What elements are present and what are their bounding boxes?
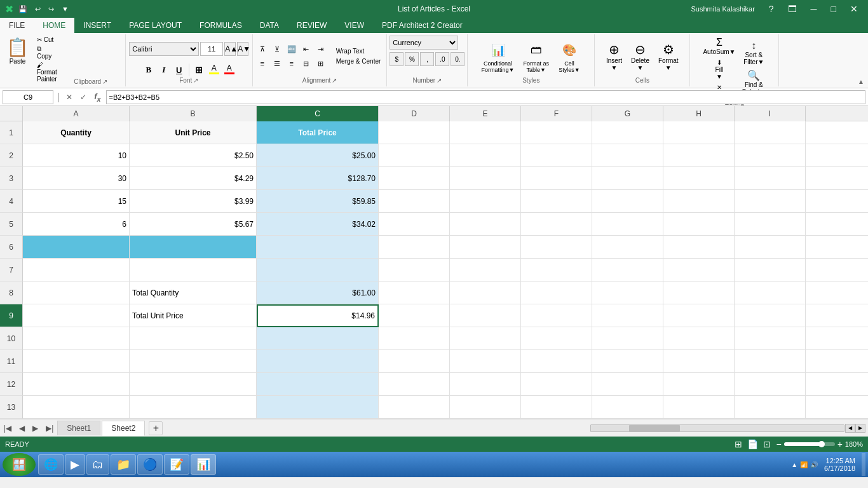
alignment-expand-icon[interactable]: ↗ [332, 77, 337, 84]
cell-a6[interactable] [23, 236, 130, 259]
cell-f13[interactable] [521, 396, 592, 419]
cell-b9[interactable]: Total Unit Price [130, 304, 257, 327]
cell-b10[interactable] [130, 327, 257, 350]
copy-button[interactable]: ⧉ Copy [35, 44, 59, 60]
cell-d12[interactable] [379, 373, 450, 396]
cell-g6[interactable] [592, 236, 663, 259]
cell-i11[interactable] [735, 350, 806, 373]
cell-g9[interactable] [592, 304, 663, 327]
zoom-out-btn[interactable]: − [776, 439, 781, 449]
view-page-break-btn[interactable]: ⊡ [763, 439, 771, 449]
cell-c8[interactable]: $61.00 [257, 281, 379, 304]
cell-b5[interactable]: $5.67 [130, 213, 257, 236]
zoom-slider[interactable] [784, 442, 835, 446]
maximize-btn[interactable]: □ [826, 3, 841, 15]
align-right[interactable]: ≡ [285, 57, 299, 71]
zoom-slider-thumb[interactable] [818, 441, 825, 447]
cell-a11[interactable] [23, 350, 130, 373]
bold-button[interactable]: B [142, 63, 156, 77]
ribbon-expand-icon[interactable]: ▲ [854, 77, 868, 86]
tab-nav-left[interactable]: |◀ [0, 423, 15, 434]
align-top-right[interactable]: 🔤 [285, 42, 299, 56]
dec-increase-btn[interactable]: .0 [435, 52, 449, 66]
cell-h2[interactable] [663, 144, 735, 167]
row-num-13[interactable]: 13 [0, 396, 23, 419]
sort-filter-button[interactable]: ↕ Sort &Filter▼ [739, 39, 768, 67]
corner-cell[interactable] [0, 106, 23, 121]
cell-e2[interactable] [450, 144, 521, 167]
cell-f4[interactable] [521, 190, 592, 213]
cell-d1[interactable] [379, 121, 450, 144]
merge-center-button[interactable]: Merge & Center [333, 57, 384, 66]
font-size-input[interactable] [200, 42, 223, 56]
row-num-3[interactable]: 3 [0, 167, 23, 190]
tray-network[interactable]: 📶 [800, 461, 808, 468]
cell-f11[interactable] [521, 350, 592, 373]
tray-arrow[interactable]: ▲ [791, 461, 797, 468]
minimize-btn[interactable]: ─ [806, 3, 822, 15]
col-header-h[interactable]: H [663, 106, 735, 121]
font-expand-icon[interactable]: ↗ [193, 77, 198, 84]
taskbar-media[interactable]: ▶ [65, 454, 85, 475]
border-button[interactable]: ⊞ [192, 63, 206, 77]
cell-a12[interactable] [23, 373, 130, 396]
tab-nav-right[interactable]: ▶| [42, 423, 57, 434]
col-header-g[interactable]: G [592, 106, 663, 121]
cell-f10[interactable] [521, 327, 592, 350]
scroll-right-btn[interactable]: ▶ [855, 424, 865, 433]
row-num-11[interactable]: 11 [0, 350, 23, 373]
scroll-left-btn[interactable]: ◀ [845, 424, 855, 433]
view-normal-btn[interactable]: ⊞ [735, 439, 742, 449]
cell-d10[interactable] [379, 327, 450, 350]
number-format-select[interactable]: Currency General Number Percentage [390, 36, 458, 50]
tab-pagelayout[interactable]: PAGE LAYOUT [120, 18, 191, 33]
cell-i4[interactable] [735, 190, 806, 213]
taskbar-word[interactable]: 📝 [164, 454, 189, 475]
cell-a3[interactable]: 30 [23, 167, 130, 190]
cell-h3[interactable] [663, 167, 735, 190]
font-color-button[interactable]: A [222, 63, 236, 77]
clipboard-expand-icon[interactable]: ↗ [102, 78, 107, 85]
cell-h8[interactable] [663, 281, 735, 304]
row-num-9[interactable]: 9 [0, 304, 23, 327]
cell-g12[interactable] [592, 373, 663, 396]
cell-b13[interactable] [130, 396, 257, 419]
cell-c5[interactable]: $34.02 [257, 213, 379, 236]
cell-g7[interactable] [592, 259, 663, 281]
confirm-formula-btn[interactable]: ✓ [78, 93, 89, 102]
row-num-7[interactable]: 7 [0, 259, 23, 281]
sheet-tab-1[interactable]: Sheet1 [57, 421, 100, 435]
tab-review[interactable]: REVIEW [288, 18, 336, 33]
cell-d2[interactable] [379, 144, 450, 167]
new-sheet-button[interactable]: + [149, 421, 163, 435]
show-desktop-btn[interactable] [862, 453, 865, 476]
dec-decrease-btn[interactable]: 0. [451, 52, 465, 66]
cell-i7[interactable] [735, 259, 806, 281]
cell-e1[interactable] [450, 121, 521, 144]
fill-button[interactable]: ⬇ Fill▼ [700, 58, 738, 81]
format-as-table-button[interactable]: 🗃 Format asTable▼ [520, 39, 553, 74]
cell-a4[interactable]: 15 [23, 190, 130, 213]
cell-i12[interactable] [735, 373, 806, 396]
cell-c7[interactable] [257, 259, 379, 281]
row-num-10[interactable]: 10 [0, 327, 23, 350]
cell-e10[interactable] [450, 327, 521, 350]
underline-button[interactable]: U [172, 63, 186, 77]
align-inc-indent[interactable]: ⊞ [314, 57, 328, 71]
cell-f5[interactable] [521, 213, 592, 236]
font-size-decrease[interactable]: A▼ [237, 42, 248, 56]
row-num-8[interactable]: 8 [0, 281, 23, 304]
ribbon-display-btn[interactable]: 🗖 [783, 3, 802, 15]
taskbar-files[interactable]: 📁 [111, 454, 136, 475]
qat-customize[interactable]: ▼ [59, 4, 71, 14]
cell-b3[interactable]: $4.29 [130, 167, 257, 190]
cell-d13[interactable] [379, 396, 450, 419]
taskbar-excel[interactable]: 📊 [191, 454, 216, 475]
cell-f3[interactable] [521, 167, 592, 190]
cell-c13[interactable] [257, 396, 379, 419]
tab-formulas[interactable]: FORMULAS [191, 18, 251, 33]
cell-e9[interactable] [450, 304, 521, 327]
tab-view[interactable]: VIEW [336, 18, 373, 33]
cell-e5[interactable] [450, 213, 521, 236]
col-header-c[interactable]: C [257, 106, 379, 121]
